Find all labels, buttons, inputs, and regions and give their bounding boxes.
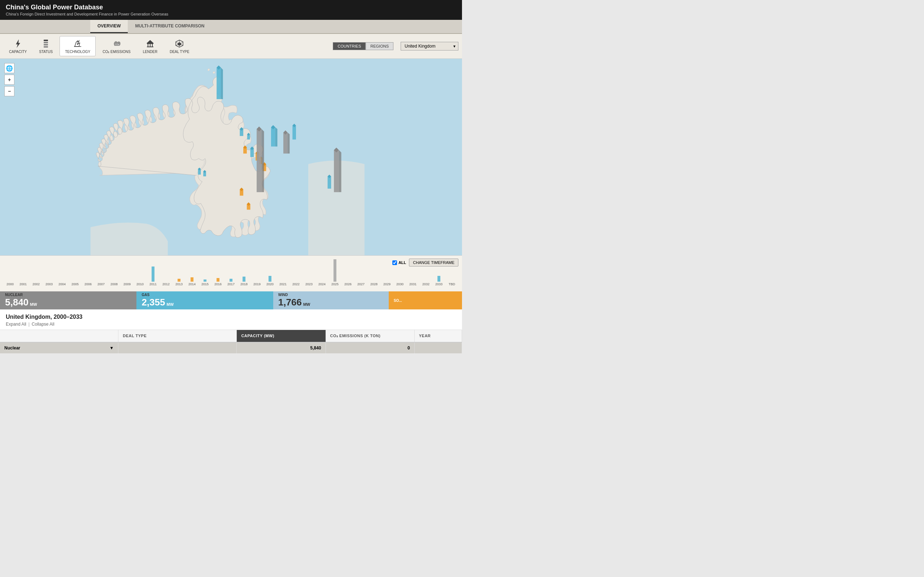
- timeline-bar-2010[interactable]: [134, 257, 147, 282]
- timeline-bar-2029[interactable]: [380, 257, 393, 282]
- data-table-title: United Kingdom, 2000–2033: [6, 314, 456, 320]
- timeline-label-2003: 2003: [43, 282, 56, 286]
- timeline-bar-2011[interactable]: [147, 257, 160, 282]
- col-co2[interactable]: CO₂ EMISSIONS (K TON): [326, 330, 415, 342]
- timeline-label-2009: 2009: [121, 282, 134, 286]
- dealtype-icon: [174, 39, 184, 49]
- toolbar-lender[interactable]: LENDER: [137, 36, 163, 56]
- svg-rect-10: [150, 44, 150, 47]
- timeline-bar-2012[interactable]: [160, 257, 173, 282]
- timeline-label-2032: 2032: [419, 282, 432, 286]
- toolbar-capacity[interactable]: CAPACITY: [3, 36, 32, 56]
- timeline-bar-2013[interactable]: [173, 257, 186, 282]
- globe-button[interactable]: 🌐: [4, 63, 15, 73]
- timeline-bar-2008[interactable]: [108, 257, 121, 282]
- toolbar-co2[interactable]: CO₂ CO₂ EMISSIONS: [97, 36, 136, 56]
- zoom-in-button[interactable]: +: [4, 75, 15, 85]
- wind-value: 1,766: [278, 297, 302, 308]
- col-dealtype[interactable]: DEAL TYPE: [118, 330, 237, 342]
- timeline-label-2008: 2008: [108, 282, 121, 286]
- timeline-bar-2017[interactable]: [225, 257, 237, 282]
- countries-regions-toggle: COUNTRIES REGIONS: [333, 42, 393, 50]
- timeline-label-2029: 2029: [380, 282, 393, 286]
- timeline-bar-2001[interactable]: [16, 257, 30, 282]
- timeline-bar-2005[interactable]: [69, 257, 82, 282]
- timeline-label-2021: 2021: [276, 282, 289, 286]
- nuclear-row-name: Nuclear ▼: [0, 343, 118, 353]
- timeline-label-2001: 2001: [16, 282, 30, 286]
- toolbar-status[interactable]: STATUS: [34, 36, 58, 56]
- timeline-bar-2024[interactable]: [315, 257, 328, 282]
- timeline-label-2022: 2022: [289, 282, 302, 286]
- timeline-bar-2002[interactable]: [30, 257, 43, 282]
- map-container[interactable]: 🌐 + −: [0, 59, 462, 255]
- timeline-bar-2021[interactable]: [276, 257, 289, 282]
- tab-multi[interactable]: MULTI-ATTRIBUTE COMPARISON: [128, 20, 212, 33]
- timeline-bar-2015[interactable]: [199, 257, 212, 282]
- timeline-bar-2003[interactable]: [43, 257, 56, 282]
- all-checkbox-input[interactable]: [393, 260, 397, 265]
- lender-icon: [145, 39, 155, 49]
- timeline-label-2033: 2033: [432, 282, 446, 286]
- nav-tabs: OVERVIEW MULTI-ATTRIBUTE COMPARISON: [0, 20, 462, 34]
- svg-rect-3: [44, 44, 48, 45]
- table-header: DEAL TYPE CAPACITY (MW) CO₂ EMISSIONS (K…: [0, 330, 462, 343]
- svg-rect-23: [216, 68, 221, 99]
- gas-unit: MW: [166, 302, 174, 308]
- collapse-all-link[interactable]: Collapse All: [32, 322, 55, 327]
- timeline-bar-2006[interactable]: [82, 257, 95, 282]
- country-selector-wrapper: United Kingdom All Countries China Pakis…: [401, 42, 459, 50]
- change-timeframe-button[interactable]: CHANGE TIMEFRAME: [409, 259, 459, 266]
- zoom-out-button[interactable]: −: [4, 86, 15, 96]
- col-name: [0, 330, 118, 342]
- toolbar-technology[interactable]: TECHNOLOGY: [60, 36, 96, 56]
- timeline-bar-2016[interactable]: [212, 257, 225, 282]
- table-row-nuclear[interactable]: Nuclear ▼ 5,840 0: [0, 343, 462, 354]
- timeline-bar-2020[interactable]: [263, 257, 276, 282]
- wind-label: WIND: [278, 293, 310, 297]
- timeline-bar-2028[interactable]: [367, 257, 380, 282]
- timeline-label-2015: 2015: [199, 282, 212, 286]
- app-title: China's Global Power Database: [6, 3, 168, 11]
- timeline-label-2024: 2024: [315, 282, 328, 286]
- timeline-bar-2027[interactable]: [354, 257, 367, 282]
- timeline-label-2025: 2025: [328, 282, 341, 286]
- country-select[interactable]: United Kingdom All Countries China Pakis…: [401, 42, 459, 50]
- capacity-icon: [13, 39, 23, 49]
- nuclear-expand-icon[interactable]: ▼: [109, 345, 114, 351]
- timeline-bar-2019[interactable]: [250, 257, 263, 282]
- timeline-bar-2004[interactable]: [56, 257, 69, 282]
- timeline-label-2014: 2014: [186, 282, 199, 286]
- expand-all-link[interactable]: Expand All: [6, 322, 26, 327]
- timeline-label-TBD: TBD: [446, 282, 459, 286]
- svg-rect-44: [271, 127, 275, 147]
- all-checkbox[interactable]: ALL: [393, 260, 406, 265]
- timeline[interactable]: ALL CHANGE TIMEFRAME 2000200120022003200…: [0, 255, 462, 292]
- timeline-bar-2000[interactable]: [3, 257, 16, 282]
- timeline-bar-2025[interactable]: [328, 257, 341, 282]
- timeline-bar-2026[interactable]: [341, 257, 354, 282]
- timeline-label-2030: 2030: [393, 282, 406, 286]
- tab-overview[interactable]: OVERVIEW: [90, 20, 128, 33]
- svg-marker-46: [275, 127, 278, 147]
- countries-btn[interactable]: COUNTRIES: [333, 42, 366, 50]
- regions-btn[interactable]: REGIONS: [366, 42, 393, 50]
- timeline-bar-2009[interactable]: [121, 257, 134, 282]
- col-year[interactable]: YEAR: [415, 330, 462, 342]
- lender-label: LENDER: [143, 50, 158, 54]
- timeline-bar-2022[interactable]: [289, 257, 302, 282]
- timeline-label-2017: 2017: [225, 282, 237, 286]
- header-title: China's Global Power Database China's Fo…: [6, 3, 168, 16]
- timeline-label-2002: 2002: [30, 282, 43, 286]
- timeline-bar-2023[interactable]: [302, 257, 315, 282]
- timeline-bar-2018[interactable]: [237, 257, 250, 282]
- timeline-bar-2014[interactable]: [186, 257, 199, 282]
- toolbar-dealtype[interactable]: DEAL TYPE: [164, 36, 195, 56]
- gas-value: 2,355: [142, 297, 165, 308]
- svg-marker-49: [262, 129, 264, 192]
- data-header-actions: Expand All | Collapse All: [6, 322, 456, 327]
- nuclear-label: NUCLEAR: [5, 293, 37, 297]
- col-capacity[interactable]: CAPACITY (MW): [237, 330, 326, 342]
- timeline-controls: ALL CHANGE TIMEFRAME: [393, 259, 459, 266]
- timeline-bar-2007[interactable]: [95, 257, 108, 282]
